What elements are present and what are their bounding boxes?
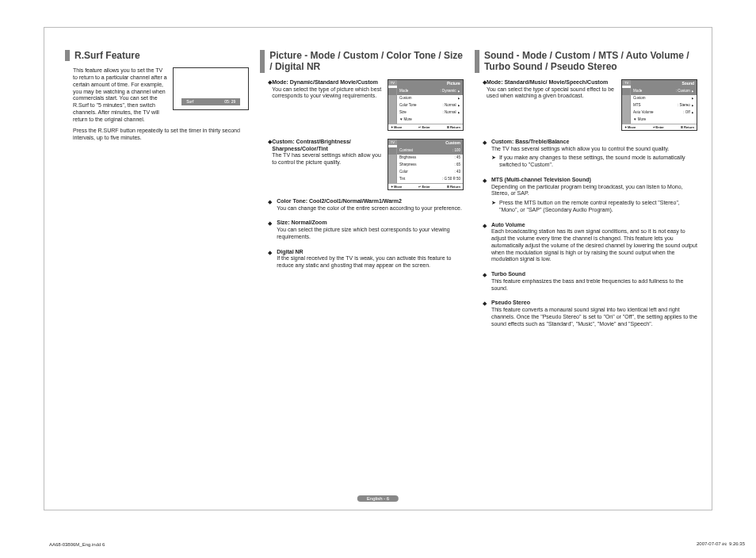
item-body: You can change the color of the entire s… [277, 205, 464, 212]
tv-icon: TV [388, 140, 397, 145]
manual-page: R.Surf Feature This feature allows you t… [44, 27, 712, 510]
item-body: You can select the type of picture which… [272, 86, 384, 101]
item-body: Each broadcasting station has its own si… [491, 228, 697, 263]
bullet-icon: ◆ [483, 300, 488, 327]
osd-header: Custom [397, 140, 463, 147]
bullet-icon: ◆ [483, 140, 488, 169]
footer-file-info: AA68-03806M_Eng.indd 6 [49, 542, 105, 547]
column-sound: Sound - Mode / Custom / MTS / Auto Volum… [475, 50, 697, 495]
tv-icon: TV [388, 80, 397, 86]
arrow-icon: ➤ [491, 155, 499, 169]
sound-item-mode: ◆ Mode: Standard/Music/ Movie/Speech/Cus… [475, 79, 697, 131]
item-title: MTS (Multi-channel Television Sound) [491, 177, 697, 184]
sound-item-turbo: ◆ Turbo Sound This feature emphasizes th… [475, 271, 697, 292]
item-title: Custom: Contrast/Brightness/ Sharpness/C… [272, 139, 384, 153]
item-title: Digital NR [277, 249, 464, 256]
picture-item-custom: ◆ Custom: Contrast/Brightness/ Sharpness… [260, 139, 464, 190]
bullet-icon: ◆ [268, 199, 273, 212]
section-title: Picture - Mode / Custom / Color Tone / S… [260, 50, 464, 73]
osd-custom: TVCustom Contrast: 100 Brightness: 45 Sh… [388, 139, 464, 190]
sound-item-mts: ◆ MTS (Multi-channel Television Sound) D… [475, 177, 697, 214]
sound-item-pseudo: ◆ Pseudo Stereo This feature converts a … [475, 300, 697, 327]
surf-label: Surf [186, 99, 193, 104]
osd-sound: TVSound Mode: Custom ▶ Custom▶ MTS: Ster… [621, 79, 697, 131]
footer-timestamp: 2007-07-07 ፅፄ 9:26:35 [697, 541, 745, 547]
osd-picture: TVPicture Mode: Dynamic ▶ Custom▶ Color … [388, 79, 464, 131]
section-title: Sound - Mode / Custom / MTS / Auto Volum… [475, 50, 697, 73]
osd-header: Picture [397, 80, 463, 88]
rsurf-intro-block: This feature allows you to set the TV to… [65, 67, 249, 123]
column-picture: Picture - Mode / Custom / Color Tone / S… [260, 50, 464, 495]
item-title: Pseudo Stereo [491, 300, 697, 307]
picture-item-size: ◆ Size: Normal/Zoom You can select the p… [260, 220, 464, 240]
item-body: This feature emphasizes the bass and tre… [491, 278, 697, 292]
picture-item-digitalnr: ◆ Digital NR If the signal received by t… [260, 249, 464, 269]
item-body: You can select the picture size which be… [277, 227, 464, 241]
arrow-icon: ➤ [491, 200, 499, 214]
section-title: R.Surf Feature [65, 50, 249, 61]
bullet-icon: ◆ [483, 178, 488, 214]
item-title: Custom: Bass/Treble/Balance [491, 139, 697, 146]
column-rsurf: R.Surf Feature This feature allows you t… [65, 50, 249, 495]
item-title: Mode: Standard/Music/ Movie/Speech/Custo… [487, 79, 618, 86]
item-body: Depending on the particular program bein… [491, 184, 697, 198]
bullet-icon: ◆ [268, 250, 273, 269]
sub-note: ➤If you make any changes to these settin… [491, 155, 697, 169]
bullet-icon: ◆ [483, 272, 488, 292]
bullet-icon: ◆ [268, 220, 273, 240]
sub-note: ➤Press the MTS button on the remote cont… [491, 200, 697, 214]
item-title: Color Tone: Cool2/Cool1/Normal/Warm1/War… [277, 198, 464, 205]
surf-time: 05: 29 [224, 99, 235, 104]
item-body: If the signal received by the TV is weak… [277, 255, 464, 269]
osd-header: Sound [631, 80, 697, 88]
sound-item-custom: ◆ Custom: Bass/Treble/Balance The TV has… [475, 139, 697, 169]
item-body: You can select the type of special sound… [487, 86, 618, 101]
item-title: Auto Volume [491, 222, 697, 229]
rsurf-osd-box: Surf 05: 29 [173, 67, 249, 110]
rsurf-osd-bar: Surf 05: 29 [181, 98, 240, 105]
osd-footer: ✦ Move↵ EnterⅢ Return [388, 124, 463, 130]
item-title: Mode: Dynamic/Standard Movie/Custom [272, 79, 384, 86]
bullet-icon: ◆ [483, 223, 488, 264]
picture-item-mode: ◆ Mode: Dynamic/Standard Movie/Custom Yo… [260, 79, 464, 131]
item-title: Turbo Sound [491, 271, 697, 278]
item-title: Size: Normal/Zoom [277, 220, 464, 227]
osd-footer: ✦ Move↵ EnterⅢ Return [622, 124, 697, 130]
item-body: The TV has several settings which allow … [491, 146, 697, 153]
osd-footer: ✦ Move↵ EnterⅢ Return [388, 183, 463, 189]
item-body: This feature converts a monaural sound s… [491, 307, 697, 327]
sound-item-autovolume: ◆ Auto Volume Each broadcasting station … [475, 222, 697, 264]
picture-item-colortone: ◆ Color Tone: Cool2/Cool1/Normal/Warm1/W… [260, 198, 464, 212]
rsurf-press-text: Press the R.SURF button repeatedly to se… [65, 128, 249, 142]
page-number-badge: English - 6 [357, 495, 399, 502]
item-body: The TV has several settings which allow … [272, 152, 384, 166]
rsurf-intro-text: This feature allows you to set the TV to… [73, 67, 168, 123]
tv-icon: TV [622, 80, 631, 86]
